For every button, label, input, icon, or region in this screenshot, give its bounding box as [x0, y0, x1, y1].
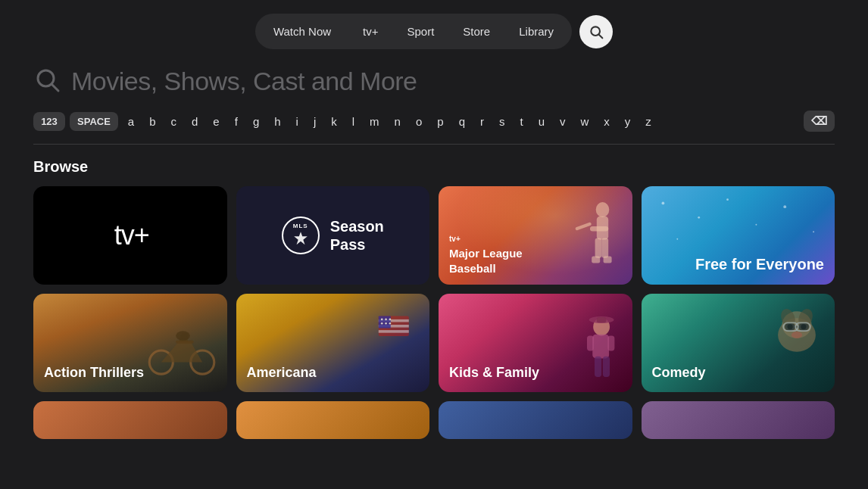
bottom-partial-row [33, 401, 835, 439]
comedy-card[interactable]: Comedy [642, 294, 835, 392]
svg-point-32 [381, 322, 383, 325]
nav-apple-tv-plus[interactable]: tv+ [346, 20, 392, 43]
svg-marker-4 [294, 232, 308, 245]
nav-bar: Watch Now tv+ Sport Store Library [0, 0, 868, 58]
key-space[interactable]: SPACE [70, 112, 118, 131]
americana-flag-icon [373, 313, 418, 373]
partial-card-3[interactable] [439, 401, 632, 439]
svg-rect-36 [592, 335, 609, 359]
mls-badge: MLS [282, 216, 320, 254]
key-i[interactable]: i [291, 111, 304, 132]
key-t[interactable]: t [514, 111, 528, 132]
key-k[interactable]: k [326, 111, 342, 132]
key-f[interactable]: f [229, 111, 243, 132]
nav-pill: Watch Now tv+ Sport Store Library [255, 14, 572, 49]
svg-line-3 [52, 85, 58, 91]
key-z[interactable]: z [640, 111, 657, 132]
svg-point-17 [755, 224, 757, 226]
svg-point-16 [726, 198, 729, 201]
partial-card-1[interactable] [33, 401, 227, 439]
svg-rect-42 [596, 317, 606, 322]
comedy-dog-icon [767, 301, 827, 362]
svg-rect-12 [603, 257, 611, 263]
svg-line-1 [599, 34, 603, 38]
svg-point-29 [381, 319, 383, 321]
key-l[interactable]: l [347, 111, 360, 132]
key-c[interactable]: c [166, 111, 183, 132]
svg-point-15 [676, 238, 678, 240]
free-for-everyone-card[interactable]: Free for Everyone [642, 186, 835, 285]
key-y[interactable]: y [620, 111, 636, 132]
mlb-title: Major LeagueBaseball [449, 246, 523, 276]
key-e[interactable]: e [208, 111, 224, 132]
comedy-label: Comedy [652, 364, 706, 382]
key-g[interactable]: g [248, 111, 264, 132]
apple-tv-plus-card[interactable]: tv+ [33, 186, 227, 285]
kids-family-card[interactable]: Kids & Family [439, 294, 632, 392]
key-u[interactable]: u [533, 111, 550, 132]
key-delete[interactable]: ⌫ [804, 111, 835, 132]
key-p[interactable]: p [432, 111, 448, 132]
key-m[interactable]: m [364, 111, 385, 132]
kids-character-icon [560, 316, 629, 392]
nav-store[interactable]: Store [449, 20, 504, 43]
svg-rect-8 [575, 222, 592, 231]
motorcycle-icon [144, 324, 220, 377]
key-x[interactable]: x [598, 111, 615, 132]
keyboard-row: 123 SPACE a b c d e f g h i j k l m n o … [0, 107, 868, 144]
key-n[interactable]: n [389, 111, 406, 132]
mlb-content: tv+ Major LeagueBaseball [449, 235, 523, 276]
partial-card-4[interactable] [642, 401, 835, 439]
svg-rect-10 [601, 238, 608, 257]
nav-watch-now[interactable]: Watch Now [260, 20, 345, 43]
key-q[interactable]: q [454, 111, 470, 132]
mls-season-pass-label: Season Pass [330, 217, 384, 254]
key-o[interactable]: o [411, 111, 427, 132]
key-a[interactable]: a [123, 111, 139, 132]
free-title: Free for Everyone [695, 255, 824, 274]
key-v[interactable]: v [554, 111, 571, 132]
nav-library[interactable]: Library [505, 20, 567, 43]
svg-point-13 [661, 202, 664, 205]
key-b[interactable]: b [144, 111, 161, 132]
key-w[interactable]: w [575, 111, 594, 132]
svg-point-18 [783, 205, 786, 208]
search-main-icon [33, 66, 61, 97]
partial-card-2[interactable] [236, 401, 430, 439]
svg-rect-38 [607, 335, 614, 350]
svg-point-34 [389, 322, 392, 325]
svg-point-33 [385, 322, 387, 325]
apple-tv-logo: tv+ [111, 220, 149, 251]
browse-section: Browse tv+ MLS Season Pass [0, 145, 868, 439]
americana-card[interactable]: Americana [236, 294, 430, 392]
key-h[interactable]: h [269, 111, 286, 132]
action-label: Action Thrillers [44, 364, 144, 382]
key-d[interactable]: d [186, 111, 203, 132]
free-content: Free for Everyone [695, 255, 824, 274]
svg-rect-27 [379, 330, 409, 333]
svg-rect-11 [592, 257, 600, 263]
action-thrillers-card[interactable]: Action Thrillers [33, 294, 227, 392]
batter-icon [572, 201, 625, 285]
svg-point-14 [698, 216, 700, 219]
svg-point-54 [792, 332, 802, 338]
nav-sport[interactable]: Sport [394, 20, 448, 43]
svg-rect-37 [587, 335, 594, 350]
svg-rect-7 [590, 226, 608, 232]
svg-rect-39 [595, 357, 601, 377]
mls-season-pass-card[interactable]: MLS Season Pass [236, 186, 430, 285]
svg-rect-28 [379, 316, 391, 328]
svg-rect-23 [176, 341, 193, 344]
svg-rect-40 [602, 357, 609, 377]
svg-point-5 [595, 202, 609, 217]
mlb-card[interactable]: tv+ Major LeagueBaseball [439, 186, 632, 285]
svg-point-31 [389, 319, 392, 321]
americana-label: Americana [247, 364, 317, 382]
key-s[interactable]: s [494, 111, 510, 132]
key-j[interactable]: j [308, 111, 321, 132]
search-button[interactable] [579, 15, 613, 48]
key-123[interactable]: 123 [33, 112, 65, 131]
key-r[interactable]: r [475, 111, 489, 132]
svg-point-49 [788, 324, 793, 329]
svg-point-30 [385, 319, 387, 321]
